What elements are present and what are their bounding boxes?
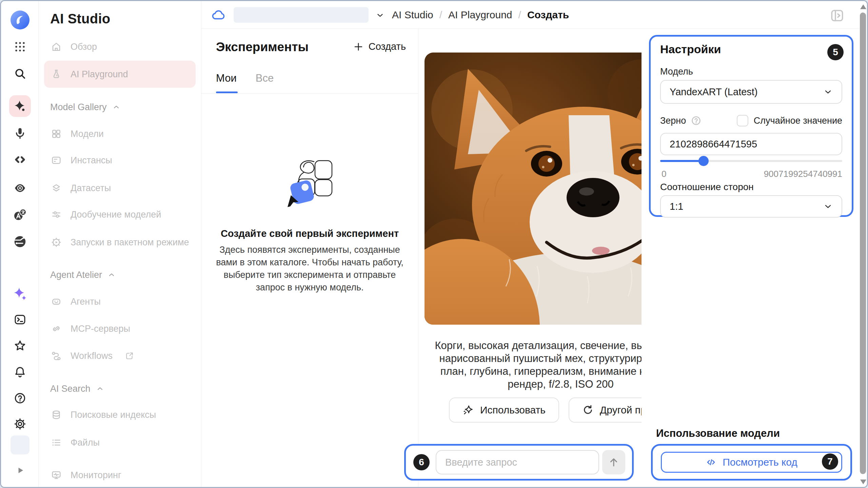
- breadcrumb-create: Создать: [527, 9, 569, 21]
- chevron-up-icon: [112, 103, 120, 111]
- apps-grid-icon[interactable]: [14, 40, 26, 53]
- chevron-down-icon: [823, 87, 833, 97]
- empty-state-body: Здесь появятся эксперименты, созданные в…: [208, 244, 412, 294]
- random-value-label: Случайное значение: [754, 116, 842, 126]
- external-link-icon: [125, 351, 134, 361]
- settings-gear-icon[interactable]: [14, 418, 26, 430]
- expand-play-icon[interactable]: [16, 466, 25, 475]
- column-divider: [418, 29, 418, 487]
- annotation-badge-7: 7: [822, 453, 838, 470]
- terminal-icon[interactable]: [14, 313, 26, 326]
- chevron-down-icon: [823, 202, 833, 211]
- notifications-bell-icon[interactable]: [14, 366, 26, 379]
- create-experiment-button[interactable]: Создать: [353, 41, 406, 52]
- experiments-title: Эксперименты: [216, 40, 309, 54]
- annotation-badge-6: 6: [413, 454, 430, 470]
- magic-star-icon: [462, 404, 474, 416]
- arrow-up-icon: [608, 456, 619, 468]
- monitor-icon: [51, 470, 62, 481]
- sidebar-item-datasets[interactable]: Датасеты: [44, 177, 196, 199]
- prompt-bar-annotated: 6: [404, 444, 634, 481]
- chevron-up-icon: [107, 271, 116, 279]
- search-icon[interactable]: [14, 67, 26, 80]
- seed-slider[interactable]: [660, 156, 842, 166]
- seed-input[interactable]: [660, 133, 842, 155]
- aspect-ratio-label: Соотношение сторон: [660, 182, 754, 192]
- model-select[interactable]: YandexART (Latest): [660, 80, 842, 104]
- tab-all[interactable]: Все: [256, 72, 274, 84]
- rail-item-ai-playground-active[interactable]: [9, 95, 31, 117]
- mic-icon[interactable]: [14, 127, 26, 140]
- yandex-cloud-logo-icon[interactable]: [10, 10, 30, 30]
- breadcrumb-ai-playground[interactable]: AI Playground: [448, 9, 512, 21]
- cloud-icon: [211, 7, 226, 22]
- sidebar-item-agents[interactable]: Агенты: [44, 291, 196, 312]
- scrollbar-thumb[interactable]: [860, 13, 866, 474]
- topbar: AI Studio / AI Playground / Создать: [201, 1, 861, 29]
- ai-studio-window: AI Studio Обзор AI Playground Model Gall…: [0, 0, 868, 488]
- chevron-down-icon[interactable]: [376, 11, 384, 20]
- page-scrollbar[interactable]: [859, 1, 867, 487]
- breadcrumb-ai-studio[interactable]: AI Studio: [392, 9, 433, 21]
- list-icon: [51, 437, 62, 448]
- slider-fill: [660, 160, 704, 162]
- seed-max: 9007199254740991: [764, 169, 842, 179]
- aspect-ratio-select[interactable]: 1:1: [660, 195, 842, 218]
- sidebar-item-search-indexes[interactable]: Поисковые индексы: [44, 404, 196, 426]
- code-brackets-icon[interactable]: [14, 153, 26, 166]
- tab-my[interactable]: Мои: [216, 72, 237, 84]
- vision-eye-icon[interactable]: [14, 182, 26, 195]
- translate-icon[interactable]: [13, 207, 27, 222]
- settings-column: Настройки 5 Модель YandexART (Latest) Зе…: [642, 29, 861, 487]
- favorites-star-icon[interactable]: [14, 339, 26, 352]
- use-prompt-button[interactable]: Использовать: [449, 398, 559, 423]
- settings-title: Настройки: [660, 43, 721, 56]
- code-tag-icon: [706, 457, 716, 468]
- chevron-up-icon: [96, 385, 104, 393]
- model-label: Модель: [660, 66, 693, 77]
- project-selector[interactable]: [234, 7, 369, 23]
- batch-gear-play-icon: [51, 237, 62, 248]
- sidebar-item-files[interactable]: Файлы: [44, 432, 196, 453]
- seed-row: Зерно Случайное значение: [660, 114, 842, 127]
- experiments-panel: Эксперименты Создать Мои Все: [201, 29, 418, 487]
- panel-toggle-icon[interactable]: [829, 8, 845, 23]
- sidebar-section-agent-atelier[interactable]: Agent Atelier: [50, 269, 116, 281]
- sidebar-item-ai-playground[interactable]: AI Playground: [44, 61, 196, 88]
- tabs-divider: [201, 93, 418, 94]
- seed-min: 0: [662, 169, 666, 179]
- help-circle-icon[interactable]: [691, 115, 702, 126]
- sidebar-item-mcp-servers[interactable]: MCP-серверы: [44, 318, 196, 340]
- home-icon: [51, 41, 62, 52]
- scrollbar-down-arrow[interactable]: [860, 480, 866, 484]
- sidebar-item-finetuning[interactable]: Дообучение моделей: [44, 204, 196, 225]
- annotation-badge-5: 5: [827, 44, 844, 60]
- sidebar-item-batch-runs[interactable]: Запуски в пакетном режиме: [44, 231, 196, 253]
- view-code-annotated: Посмотреть код 7: [651, 444, 852, 481]
- rail-placeholder-slot[interactable]: [11, 435, 29, 454]
- database-icon: [51, 409, 62, 420]
- sidebar-item-workflows[interactable]: Workflows: [44, 345, 196, 367]
- workflow-icon: [51, 350, 62, 361]
- sidebar-item-models[interactable]: Модели: [44, 123, 196, 145]
- sidebar-title: AI Studio: [50, 11, 110, 26]
- prompt-input[interactable]: [436, 450, 599, 474]
- mcp-link-icon: [51, 323, 62, 334]
- random-value-checkbox[interactable]: [737, 115, 748, 126]
- seed-label: Зерно: [660, 116, 686, 126]
- sidebar-item-instances[interactable]: Инстансы: [44, 149, 196, 171]
- ai-assistant-sparkle-icon[interactable]: [13, 286, 27, 301]
- sidebar-item-overview[interactable]: Обзор: [44, 36, 196, 58]
- slider-thumb[interactable]: [698, 156, 709, 166]
- view-code-button[interactable]: Посмотреть код: [661, 452, 842, 473]
- flask-icon: [51, 69, 62, 80]
- slider-range: 0 9007199254740991: [662, 169, 842, 179]
- models-grid-icon: [51, 128, 62, 139]
- help-question-icon[interactable]: [14, 392, 26, 405]
- sidebar-section-model-gallery[interactable]: Model Gallery: [50, 101, 120, 113]
- speechkit-circuit-icon[interactable]: [13, 235, 27, 249]
- send-button[interactable]: [602, 450, 625, 474]
- sidebar-item-monitoring[interactable]: Мониторинг: [44, 464, 196, 486]
- sidebar-section-ai-search[interactable]: AI Search: [50, 383, 104, 394]
- scrollbar-up-arrow[interactable]: [860, 4, 866, 9]
